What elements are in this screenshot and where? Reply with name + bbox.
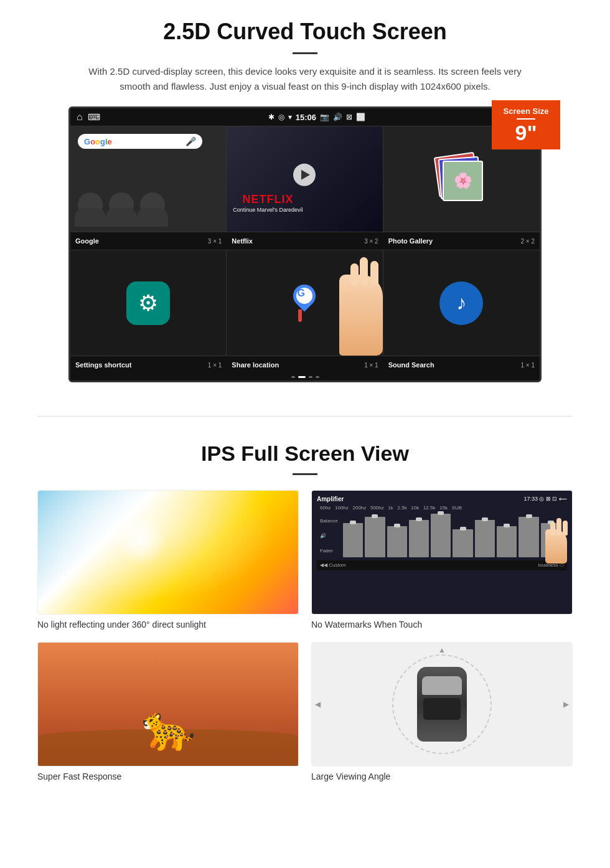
app-labels-bottom: Settings shortcut 1 × 1 Share location 1… xyxy=(70,356,540,374)
car-top-view xyxy=(417,667,467,742)
device-mockup: Screen Size 9" ⌂ ⌨ ✱ ◎ ▾ 15:06 📷 🔊 ⊠ xyxy=(68,106,542,382)
amp-handle-5 xyxy=(438,511,444,515)
photo-label-name: Photo Gallery xyxy=(388,237,433,245)
dot-3 xyxy=(309,376,312,378)
amp-side-labels: Balance 🔊 Fader xyxy=(320,518,338,554)
amp-bottom-bar: ◀◀ Custom loudness ⬭ xyxy=(317,560,567,570)
home-icon: ⌂ xyxy=(77,111,83,123)
feature-cheetah: 🐆 Super Fast Response xyxy=(37,642,299,781)
amp-handle-3 xyxy=(394,524,400,527)
settings-app-cell[interactable]: ⚙ xyxy=(70,250,227,356)
amp-loudness: loudness ⬭ xyxy=(538,562,564,568)
google-search-bar[interactable]: Google 🎤 xyxy=(78,134,202,149)
amp-bar-7 xyxy=(475,520,495,557)
angle-right: ▶ xyxy=(563,700,569,709)
status-left: ⌂ ⌨ xyxy=(77,111,100,123)
status-center: ✱ ◎ ▾ 15:06 📷 🔊 ⊠ ⬜ xyxy=(268,113,365,122)
angle-left: ◀ xyxy=(315,700,321,709)
netflix-app-cell[interactable]: NETFLIX Continue Marvel's Daredevil xyxy=(227,126,383,232)
cheetah-emoji: 🐆 xyxy=(141,702,195,753)
section1-description: With 2.5D curved-display screen, this de… xyxy=(87,64,523,94)
gear-icon: ⚙ xyxy=(138,290,158,316)
play-button[interactable] xyxy=(293,163,316,186)
google-app-cell[interactable]: Google 🎤 xyxy=(70,126,227,232)
amp-status: 17:33 ◎ ⊠ ⊡ ⟵ xyxy=(523,496,567,502)
amp-bar-6 xyxy=(453,529,472,557)
share-label: Share location 1 × 1 xyxy=(227,360,383,370)
sunlight-caption: No light reflecting under 360° direct su… xyxy=(37,620,299,630)
hand-finger-3 xyxy=(563,521,568,535)
amp-bar-2 xyxy=(365,517,385,557)
amp-handle-6 xyxy=(460,527,466,531)
status-bar: ⌂ ⌨ ✱ ◎ ▾ 15:06 📷 🔊 ⊠ ⬜ xyxy=(70,108,540,126)
car-roof xyxy=(423,698,461,720)
section-curved-screen: 2.5D Curved Touch Screen With 2.5D curve… xyxy=(0,0,610,397)
maps-pin-tail xyxy=(298,309,302,322)
finger-2 xyxy=(360,257,368,285)
car-windshield xyxy=(422,676,462,695)
share-location-cell[interactable]: G xyxy=(227,250,383,356)
music-note-icon: ♪ xyxy=(456,291,466,314)
finger-3 xyxy=(370,261,378,285)
badge-label: Screen Size xyxy=(500,106,551,116)
netflix-text: NETFLIX xyxy=(242,193,293,205)
amp-bar-5 xyxy=(431,514,451,557)
amp-custom-btn: ◀◀ Custom xyxy=(320,562,346,568)
badge-divider xyxy=(517,118,535,120)
amp-handle-8 xyxy=(504,524,510,527)
pagination-dots xyxy=(70,374,540,380)
google-label-name: Google xyxy=(75,237,99,245)
maps-icon-container: G xyxy=(289,285,320,322)
amplifier-caption: No Watermarks When Touch xyxy=(311,620,573,630)
amp-handle-9 xyxy=(526,514,532,518)
finger-1 xyxy=(350,263,359,285)
photo-stack: 🌸 xyxy=(436,154,486,204)
app-labels-top: Google 3 × 1 Netflix 3 × 2 Photo Gallery… xyxy=(70,232,540,250)
settings-label-dim: 1 × 1 xyxy=(208,362,222,369)
netflix-label-name: Netflix xyxy=(232,237,253,245)
netflix-label-dim: 3 × 2 xyxy=(364,238,378,245)
angle-top: ▲ xyxy=(438,646,446,654)
amp-labels: Balance 🔊 Fader xyxy=(317,511,567,560)
section2-underline xyxy=(293,473,317,475)
time-display: 15:06 xyxy=(296,113,316,122)
flower-icon: 🌸 xyxy=(454,172,472,189)
netflix-label: Netflix 3 × 2 xyxy=(227,236,383,246)
person-icon-3 xyxy=(140,192,165,217)
maps-letter: G xyxy=(297,288,304,299)
feature-amplifier: Amplifier 17:33 ◎ ⊠ ⊡ ⟵ 60hz 100hz 200hz… xyxy=(311,490,573,630)
amp-handle-1 xyxy=(350,521,356,524)
sound-label-dim: 1 × 1 xyxy=(520,362,535,369)
usb-icon: ⌨ xyxy=(88,112,100,122)
cheetah-caption: Super Fast Response xyxy=(37,771,299,781)
amp-freq-labels: 60hz 100hz 200hz 500hz 1k 2.5k 10k 12.5k… xyxy=(317,505,567,511)
google-label-dim: 3 × 1 xyxy=(208,238,222,245)
google-bg-decoration xyxy=(78,155,165,217)
window-icon: ⬜ xyxy=(356,113,365,121)
sunlight-image xyxy=(37,490,299,615)
photo-card-3: 🌸 xyxy=(443,161,483,201)
amp-bar-1 xyxy=(343,523,363,557)
amp-title: Amplifier xyxy=(317,496,344,502)
car-caption: Large Viewing Angle xyxy=(311,771,573,781)
sound-search-cell[interactable]: ♪ xyxy=(383,250,540,356)
cheetah-scene: 🐆 xyxy=(38,643,298,766)
sunlight-gradient xyxy=(38,491,298,614)
volume-icon: 🔊 xyxy=(333,113,342,121)
amp-handle-4 xyxy=(416,517,422,521)
sun-radial xyxy=(38,491,298,614)
music-icon-circle: ♪ xyxy=(439,281,483,325)
sound-label: Sound Search 1 × 1 xyxy=(383,360,540,370)
screen-size-badge: Screen Size 9" xyxy=(492,100,560,149)
sound-label-name: Sound Search xyxy=(388,361,434,369)
amp-bar-10 xyxy=(541,523,561,557)
dot-1 xyxy=(291,376,295,378)
dot-4 xyxy=(316,376,319,378)
app-grid-bottom: ⚙ G xyxy=(70,250,540,356)
camera-icon: 📷 xyxy=(320,113,329,121)
badge-size: 9" xyxy=(515,121,537,144)
amp-bar-4 xyxy=(409,520,429,557)
hand-pointer xyxy=(339,275,383,356)
settings-label-name: Settings shortcut xyxy=(75,361,131,369)
section1-title: 2.5D Curved Touch Screen xyxy=(37,19,573,45)
